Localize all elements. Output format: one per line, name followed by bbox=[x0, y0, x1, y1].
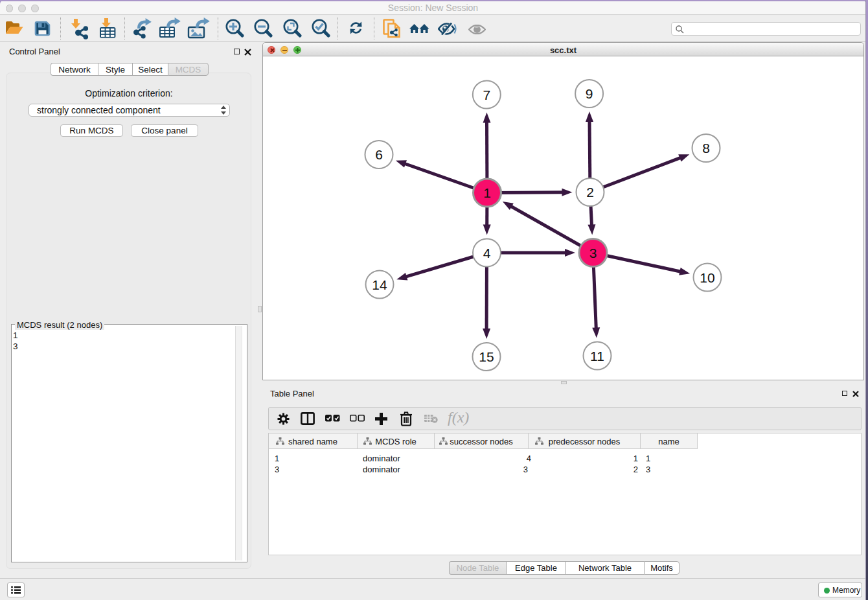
svg-text:2: 2 bbox=[586, 185, 594, 200]
svg-text:10: 10 bbox=[700, 270, 714, 285]
svg-text:8: 8 bbox=[702, 141, 710, 156]
svg-text:14: 14 bbox=[372, 277, 387, 292]
svg-text:15: 15 bbox=[479, 349, 494, 364]
svg-text:9: 9 bbox=[586, 86, 593, 101]
svg-text:6: 6 bbox=[375, 147, 383, 162]
svg-text:3: 3 bbox=[589, 246, 597, 260]
svg-text:11: 11 bbox=[590, 349, 604, 363]
svg-text:7: 7 bbox=[483, 87, 490, 102]
svg-text:4: 4 bbox=[483, 246, 491, 260]
svg-text:1: 1 bbox=[483, 185, 491, 200]
